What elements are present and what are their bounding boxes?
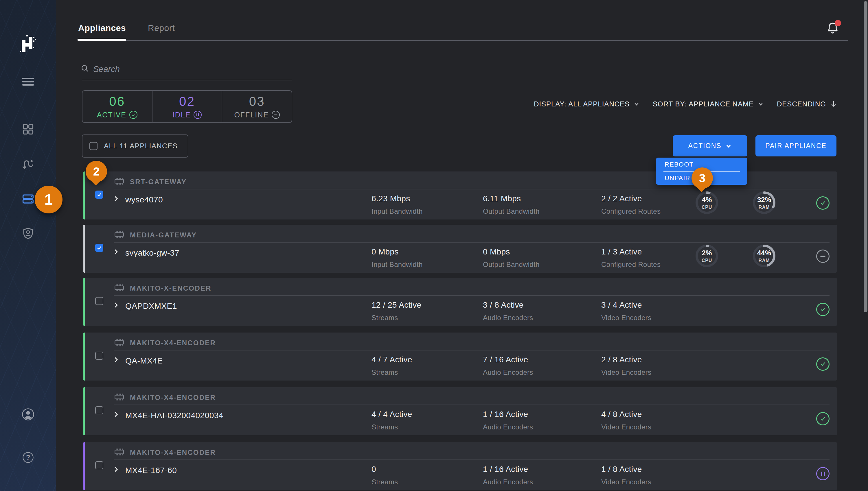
select-all-checkbox[interactable]: [89, 142, 97, 150]
menu-icon[interactable]: [0, 75, 56, 89]
metric-column: 0Streams: [371, 465, 398, 486]
sidebar: ?: [0, 0, 56, 491]
routes-icon: [22, 157, 34, 170]
counter-idle: 02 IDLE: [152, 91, 223, 122]
metric-column: 3 / 4 ActiveVideo Encoders: [601, 300, 651, 322]
search-icon: [81, 64, 89, 74]
metric-column: 4 / 4 ActiveStreams: [371, 410, 412, 431]
sort-by-dropdown[interactable]: SORT BY: APPLIANCE NAME: [653, 100, 763, 108]
sort-by-label: SORT BY: APPLIANCE NAME: [653, 100, 754, 108]
card-divider: [114, 295, 830, 296]
idle-label: IDLE: [172, 111, 191, 119]
appliance-checkbox[interactable]: [95, 191, 103, 199]
check-circle-icon: [129, 111, 137, 119]
sort-order-label: DESCENDING: [777, 100, 826, 108]
pause-circle-icon: [194, 111, 202, 119]
display-filter-dropdown[interactable]: DISPLAY: ALL APPLIANCES: [534, 100, 639, 108]
display-filter-label: DISPLAY: ALL APPLIANCES: [534, 100, 629, 108]
tab-appliances[interactable]: Appliances: [78, 23, 126, 33]
appliance-type-icon: [114, 283, 125, 293]
sidebar-item-security[interactable]: [0, 227, 56, 240]
active-tab-underline: [78, 39, 126, 41]
status-icon: [816, 196, 830, 210]
metric-label: Output Bandwidth: [483, 207, 540, 215]
actions-button-label: ACTIONS: [688, 142, 722, 150]
appliance-type-label: SRT-GATEWAY: [130, 178, 187, 186]
appliance-type-icon: [114, 230, 125, 240]
expand-chevron-icon[interactable]: [112, 301, 120, 310]
appliance-type-icon: [114, 177, 125, 187]
list-controls: DISPLAY: ALL APPLIANCES SORT BY: APPLIAN…: [534, 100, 837, 108]
chevron-down-icon: [634, 101, 639, 107]
metric-column: 0 MbpsOutput Bandwidth: [483, 247, 540, 269]
expand-chevron-icon[interactable]: [112, 410, 120, 420]
search-input[interactable]: [92, 62, 285, 76]
metric-label: Video Encoders: [601, 368, 651, 376]
appliance-card: MAKITO-X4-ENCODER MX4E-167-60 0Streams1 …: [83, 442, 837, 490]
appliance-type-label: MAKITO-X4-ENCODER: [130, 339, 216, 347]
help-icon[interactable]: ?: [0, 451, 56, 464]
notification-bell-icon[interactable]: [826, 21, 840, 35]
vertical-scrollbar-thumb[interactable]: [864, 1, 867, 312]
sidebar-item-routes[interactable]: [0, 157, 56, 170]
sort-order-toggle[interactable]: DESCENDING: [777, 100, 837, 108]
sidebar-item-dashboard[interactable]: [0, 123, 56, 136]
expand-chevron-icon[interactable]: [112, 356, 120, 365]
card-divider: [114, 350, 830, 350]
appliance-name: svyatko-gw-37: [125, 249, 179, 258]
metric-value: 6.11 Mbps: [483, 194, 540, 203]
status-icon: [816, 357, 830, 371]
metric-label: Output Bandwidth: [483, 261, 540, 269]
metric-value: 3 / 8 Active: [483, 300, 533, 310]
check-icon: [819, 200, 826, 206]
appliance-checkbox[interactable]: [95, 461, 103, 469]
pair-appliance-button[interactable]: PAIR APPLIANCE: [755, 135, 837, 156]
tab-report[interactable]: Report: [148, 23, 175, 33]
metric-value: 1 / 16 Active: [483, 410, 533, 419]
gauge-ram: 32%RAM: [753, 192, 776, 214]
metric-column: 7 / 16 ActiveAudio Encoders: [483, 355, 533, 376]
status-icon: [816, 467, 830, 480]
expand-chevron-icon[interactable]: [112, 248, 120, 257]
metric-label: Streams: [371, 478, 398, 486]
appliance-name: MX4E-167-60: [125, 466, 177, 475]
appliance-card: MAKITO-X4-ENCODER MX4E-HAI-032004020034 …: [83, 387, 837, 435]
metric-label: Video Encoders: [601, 478, 651, 486]
pair-appliance-label: PAIR APPLIANCE: [765, 142, 826, 150]
metric-label: Streams: [371, 314, 421, 322]
arrow-down-icon: [830, 100, 837, 108]
appliance-checkbox[interactable]: [95, 297, 103, 305]
account-icon[interactable]: [0, 407, 56, 421]
gauge-ram: 44%RAM: [753, 244, 776, 267]
check-icon: [819, 360, 826, 368]
metric-value: 7 / 16 Active: [483, 355, 533, 364]
metric-column: 4 / 8 ActiveVideo Encoders: [601, 410, 651, 431]
appliance-card: MAKITO-X4-ENCODER QA-MX4E 4 / 7 ActiveSt…: [83, 333, 837, 380]
minus-circle-icon: [272, 111, 280, 119]
actions-button[interactable]: ACTIONS: [673, 135, 747, 156]
counter-active: 06 ACTIVE: [82, 91, 152, 122]
appliance-name: QA-MX4E: [125, 356, 163, 366]
appliance-checkbox[interactable]: [95, 244, 103, 252]
expand-chevron-icon[interactable]: [112, 195, 120, 204]
metric-value: 2 / 2 Active: [601, 194, 661, 203]
appliance-checkbox[interactable]: [95, 406, 103, 414]
pause-icon: [821, 472, 825, 476]
metric-label: Input Bandwidth: [371, 207, 423, 215]
appliance-type-label: MEDIA-GATEWAY: [130, 231, 197, 239]
metric-value: 2 / 8 Active: [601, 355, 651, 364]
select-all-appliances[interactable]: ALL 11 APPLIANCES: [82, 135, 188, 157]
metric-label: Configured Routes: [601, 261, 661, 269]
metric-label: Video Encoders: [601, 314, 651, 322]
metric-value: 4 / 8 Active: [601, 410, 651, 419]
metric-value: 1 / 8 Active: [601, 465, 651, 474]
appliance-type-icon: [114, 447, 125, 458]
expand-chevron-icon[interactable]: [112, 465, 120, 474]
metric-column: 3 / 8 ActiveAudio Encoders: [483, 300, 533, 322]
offline-count: 03: [249, 94, 265, 109]
metric-label: Configured Routes: [601, 207, 661, 215]
appliance-checkbox[interactable]: [95, 352, 103, 360]
metric-value: 6.23 Mbps: [371, 194, 423, 203]
metric-column: 2 / 2 ActiveConfigured Routes: [601, 194, 661, 215]
search-underline: [82, 80, 292, 80]
